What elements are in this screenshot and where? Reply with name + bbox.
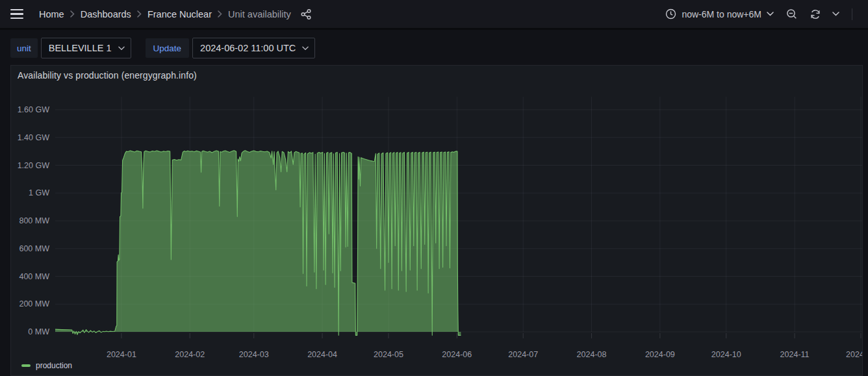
chevron-down-icon: [767, 12, 774, 16]
variable-label-unit: unit: [10, 38, 38, 58]
timeseries-panel: Availability vs production (energygraph.…: [10, 65, 863, 376]
zoom-out-icon[interactable]: [782, 4, 802, 25]
chevron-right-icon: [137, 10, 142, 18]
y-tick-label: 600 MW: [19, 244, 49, 253]
x-tick-label: 2024-09: [645, 350, 675, 359]
share-icon[interactable]: [300, 8, 312, 20]
chevron-down-icon: [302, 46, 309, 51]
breadcrumb-dashboard-name[interactable]: France Nuclear: [147, 9, 212, 19]
x-tick-label: 2024-03: [239, 350, 269, 359]
production-area: [55, 151, 461, 335]
chevron-down-icon: [832, 12, 839, 16]
time-range-label: now-6M to now+6M: [682, 9, 761, 19]
top-nav-bar: Home Dashboards France Nuclear Unit avai…: [0, 0, 868, 30]
chevron-right-icon: [70, 10, 75, 18]
legend-item-production[interactable]: production: [21, 361, 72, 370]
x-tick-label: 2024-02: [175, 350, 205, 359]
y-tick-label: 1 GW: [29, 188, 49, 197]
breadcrumb-current-page: Unit availability: [228, 9, 291, 19]
time-range-picker[interactable]: now-6M to now+6M: [660, 4, 779, 25]
nav-right-actions: now-6M to now+6M: [660, 4, 858, 25]
breadcrumb: Home Dashboards France Nuclear Unit avai…: [39, 9, 291, 19]
nav-divider: [852, 8, 852, 20]
y-tick-label: 800 MW: [19, 216, 49, 225]
y-tick-label: 1.60 GW: [18, 105, 50, 114]
unit-select[interactable]: BELLEVILLE 1: [41, 38, 131, 58]
legend-series-label: production: [36, 361, 72, 370]
y-tick-label: 1.20 GW: [18, 161, 50, 170]
timeseries-chart[interactable]: 0 MW200 MW400 MW600 MW800 MW1 GW1.20 GW1…: [11, 66, 862, 375]
refresh-icon[interactable]: [805, 4, 826, 25]
clock-icon: [665, 8, 676, 19]
datetime-select[interactable]: 2024-06-02 11:00 UTC: [192, 38, 315, 58]
x-tick-label: 2024-10: [711, 350, 741, 359]
y-tick-label: 400 MW: [19, 272, 49, 281]
update-button[interactable]: Update: [146, 38, 190, 58]
x-tick-label: 2024-11: [780, 350, 810, 359]
breadcrumb-dashboards[interactable]: Dashboards: [81, 9, 131, 19]
x-tick-label: 2024-01: [107, 350, 136, 359]
y-tick-label: 1.40 GW: [18, 133, 50, 142]
chevron-down-icon: [118, 46, 125, 51]
legend-series-swatch: [21, 364, 31, 367]
chart-svg: 0 MW200 MW400 MW600 MW800 MW1 GW1.20 GW1…: [11, 66, 862, 375]
x-tick-label: 2024-07: [508, 350, 538, 359]
chevron-right-icon: [218, 10, 222, 18]
hamburger-menu-icon[interactable]: [10, 6, 27, 23]
x-tick-label: 2024-08: [577, 350, 607, 359]
breadcrumb-home[interactable]: Home: [39, 9, 64, 19]
datetime-select-value: 2024-06-02 11:00 UTC: [200, 43, 296, 53]
x-tick-label: 2024-06: [442, 350, 472, 359]
refresh-interval-dropdown[interactable]: [828, 4, 843, 25]
unit-select-value: BELLEVILLE 1: [49, 43, 112, 53]
y-tick-label: 200 MW: [19, 299, 49, 308]
x-tick-label: 2024-04: [307, 350, 337, 359]
x-tick-label: 2024-12: [846, 350, 862, 359]
x-tick-label: 2024-05: [374, 350, 403, 359]
y-tick-label: 0 MW: [28, 327, 49, 336]
dashboard-variables-toolbar: unit BELLEVILLE 1 Update 2024-06-02 11:0…: [0, 32, 868, 64]
